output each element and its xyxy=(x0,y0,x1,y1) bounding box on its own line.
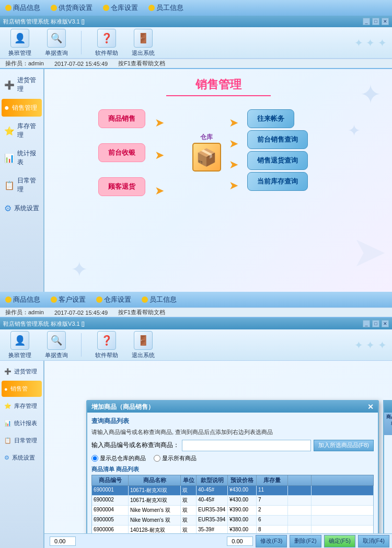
shift-management-button[interactable]: 👤 换班管理 xyxy=(5,29,34,57)
cell-id: 6900002 xyxy=(92,496,129,505)
exit-button-2[interactable]: 🚪 退出系统 xyxy=(129,331,157,359)
status-bar-top: 操作员：admin 2017-07-02 15:45:49 按F1查看帮助文档 xyxy=(0,59,392,69)
maximize-button-top[interactable]: □ xyxy=(372,18,379,25)
cell-name: Nike Women's 双 xyxy=(129,516,181,525)
window-titlebar-bottom: 鞋店销售管理系统 标准版V3.1 [] _ □ ✕ xyxy=(0,318,392,329)
table-row[interactable]: 6900001 10671-耐克XI双 双 40-45# ¥430.00 11 xyxy=(92,486,373,496)
purchase-icon-2: ➕ xyxy=(4,368,11,375)
nav-warehouse[interactable]: 仓库设置 xyxy=(103,3,138,13)
sidebar-bottom-daily[interactable]: 📋 日常管理 xyxy=(2,432,42,449)
front-sales-query-box[interactable]: 前台销售查询 xyxy=(247,130,308,149)
sales-title-underline xyxy=(166,95,271,96)
reports-icon-2: 📊 xyxy=(4,420,11,427)
inventory-label: 库存管理 xyxy=(17,122,39,140)
sidebar-bottom-reports[interactable]: 📊 统计报表 xyxy=(2,415,42,431)
table-row[interactable]: 6900005 Nike Women's 双 双 EUR35-394 ¥380.… xyxy=(92,516,373,526)
shift-icon-2: 👤 xyxy=(10,331,29,350)
bottom-nav-product[interactable]: 商品信息 xyxy=(5,295,40,304)
cell-extra xyxy=(288,486,312,495)
dialog-area: 增加商品（商品销售） ✕ 查询商品列表 请输入商品编号或名称查询商品, 查询到商… xyxy=(44,361,392,548)
sidebar-item-settings[interactable]: ⚙ 系统设置 xyxy=(2,199,42,218)
bottom-nav-dot-2 xyxy=(51,296,57,303)
shift-management-button-2[interactable]: 👤 换班管理 xyxy=(5,331,34,359)
search-input[interactable] xyxy=(182,440,311,451)
sales-icon: ● xyxy=(4,103,9,112)
nav-employee[interactable]: 员工信息 xyxy=(148,3,183,13)
dialog-close-button[interactable]: ✕ xyxy=(367,403,374,411)
help-button[interactable]: ❓ 软件帮助 xyxy=(92,29,121,57)
sidebar-bottom: ➕ 进货管理 ● 销售管 ⭐ 库存管理 📊 统计报表 📋 日常管理 ⚙ 系统设置 xyxy=(0,361,44,548)
nav-dot-3 xyxy=(103,5,109,11)
help-icon-2: ❓ xyxy=(97,331,116,350)
sidebar-item-reports[interactable]: 📊 统计报表 xyxy=(2,145,42,171)
cell-price: ¥380.00 xyxy=(228,516,257,525)
help-button-2[interactable]: ❓ 软件帮助 xyxy=(92,331,121,359)
bottom-nav-employee[interactable]: 员工信息 xyxy=(142,295,177,304)
table-row[interactable]: 6900004 Nike Women's 双 双 EUR35-394 ¥390.… xyxy=(92,506,373,516)
maximize-button-bottom[interactable]: □ xyxy=(372,320,379,327)
exit-button[interactable]: 🚪 退出系统 xyxy=(129,29,157,57)
purchase-label: 进货管理 xyxy=(17,76,39,94)
col-type: 款型说明 xyxy=(197,475,228,485)
nav-dot-1 xyxy=(5,5,11,11)
nav-supplier[interactable]: 供货商设置 xyxy=(51,3,93,13)
sidebar-bottom-sales[interactable]: ● 销售管 xyxy=(2,381,42,397)
front-desk-box[interactable]: 前台收银 xyxy=(98,143,145,162)
arrow-warehouse-to-stock-query: ➤ xyxy=(229,179,238,192)
customer-return-box[interactable]: 顾客退货 xyxy=(98,177,145,196)
delete-button[interactable]: 删除(F2) xyxy=(290,535,321,547)
minimize-button-top[interactable]: _ xyxy=(363,18,370,25)
daily-icon: 📋 xyxy=(4,180,15,190)
arrow-cashier-to-warehouse: ➤ xyxy=(155,149,164,162)
current-stock-query-box[interactable]: 当前库存查询 xyxy=(247,172,308,191)
close-button-top[interactable]: ✕ xyxy=(382,18,389,25)
col-unit: 单位 xyxy=(181,475,197,485)
window-titlebar-top: 鞋店销售管理系统 标准版V3.1 [] _ □ ✕ xyxy=(0,16,392,27)
sidebar-bottom-settings[interactable]: ⚙ 系统设置 xyxy=(2,450,42,466)
bottom-nav-warehouse[interactable]: 仓库设置 xyxy=(96,295,131,304)
radio-show-all[interactable]: 显示所有商品 xyxy=(154,454,197,462)
modify-button[interactable]: 修改(F3) xyxy=(256,535,287,547)
close-button-bottom[interactable]: ✕ xyxy=(382,320,389,327)
nav-product-info[interactable]: 商品信息 xyxy=(5,3,40,13)
exit-icon: 🚪 xyxy=(134,29,153,48)
bottom-nav-dot-3 xyxy=(96,296,102,303)
purchase-icon: ➕ xyxy=(4,80,15,90)
cancel-button[interactable]: 取消(F4) xyxy=(358,535,389,547)
window-top: 商品信息 供货商设置 仓库设置 员工信息 鞋店销售管理系统 标准版V3.1 []… xyxy=(0,0,392,318)
radio-show-main-warehouse[interactable]: 显示总仓库的商品 xyxy=(91,454,146,462)
table-row[interactable]: 6900002 10671-耐克XI双 双 40-45# ¥430.00 7 xyxy=(92,496,373,506)
sidebar-bottom-inventory[interactable]: ⭐ 库存管理 xyxy=(2,398,42,414)
sidebar-item-inventory[interactable]: ⭐ 库存管理 xyxy=(2,118,42,144)
cell-id: 6900004 xyxy=(92,506,129,515)
arrow-warehouse-to-return-query: ➤ xyxy=(229,158,238,172)
document-query-button-2[interactable]: 🔍 单据查询 xyxy=(42,331,71,359)
dialog-title: 增加商品（商品销售） xyxy=(91,403,154,412)
daily-label: 日常管理 xyxy=(17,176,39,194)
sidebar-item-daily[interactable]: 📋 日常管理 xyxy=(2,172,42,198)
datetime-top: 2017-07-02 15:45:49 xyxy=(54,61,108,67)
confirm-button[interactable]: 确定(F5) xyxy=(324,535,355,547)
window-controls-bottom: _ □ ✕ xyxy=(363,320,389,327)
bottom-nav-customer[interactable]: 客户设置 xyxy=(51,295,86,304)
warehouse-label: 仓库 📦 xyxy=(192,133,221,172)
inventory-icon: ⭐ xyxy=(4,126,15,136)
col-extra xyxy=(288,475,312,485)
query-label: 单据查询 xyxy=(45,49,68,57)
window-controls-top: _ □ ✕ xyxy=(363,18,389,25)
accounts-box[interactable]: 往来帐务 xyxy=(247,109,294,128)
sidebar-bottom-purchase[interactable]: ➕ 进货管理 xyxy=(2,363,42,380)
add-selected-button[interactable]: 加入所选商品品(F8) xyxy=(314,440,374,451)
dialog-section-title: 查询商品列表 xyxy=(91,417,374,426)
total-value-1: 0.00 xyxy=(50,536,76,546)
minimize-button-bottom[interactable]: _ xyxy=(363,320,370,327)
warehouse-icon: 📦 xyxy=(192,143,221,172)
settings-icon-2: ⚙ xyxy=(4,454,9,461)
document-query-button[interactable]: 🔍 单据查询 xyxy=(42,29,71,57)
sidebar-item-purchase[interactable]: ➕ 进货管理 xyxy=(2,72,42,98)
sales-return-query-box[interactable]: 销售退货查询 xyxy=(247,151,308,170)
product-sales-box[interactable]: 商品销售 xyxy=(98,109,145,128)
shift-icon: 👤 xyxy=(10,29,29,48)
cell-unit: 双 xyxy=(181,486,197,495)
sidebar-item-sales[interactable]: ● 销售管理 xyxy=(2,99,42,117)
